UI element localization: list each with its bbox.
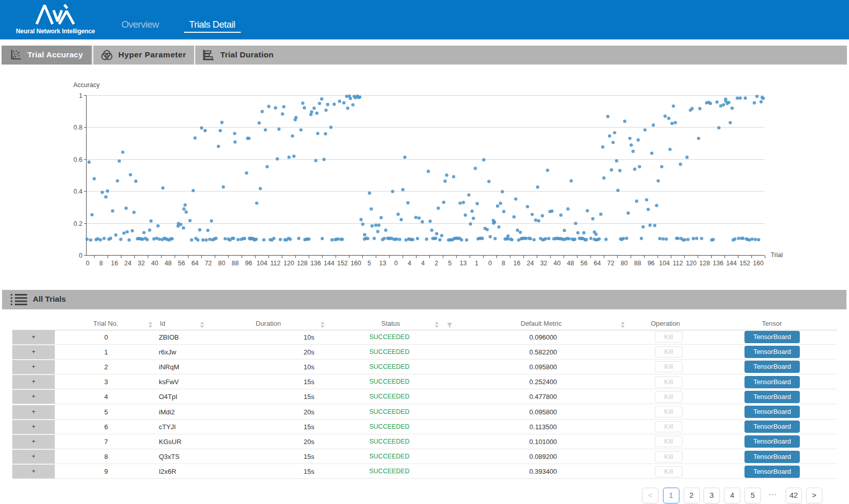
svg-text:120: 120 [283, 260, 294, 267]
svg-text:40: 40 [553, 260, 561, 267]
svg-text:96: 96 [245, 260, 252, 267]
svg-text:136: 136 [713, 260, 723, 267]
svg-text:5: 5 [367, 260, 371, 267]
svg-text:104: 104 [257, 260, 267, 267]
svg-text:72: 72 [205, 260, 212, 267]
svg-text:5: 5 [448, 260, 451, 267]
svg-text:16: 16 [111, 260, 118, 267]
svg-text:32: 32 [138, 260, 145, 267]
svg-text:8: 8 [99, 260, 103, 267]
svg-text:80: 80 [620, 260, 628, 267]
svg-text:16: 16 [513, 260, 521, 267]
svg-text:48: 48 [164, 260, 172, 267]
svg-text:40: 40 [151, 260, 158, 267]
svg-text:56: 56 [581, 260, 588, 267]
svg-text:1: 1 [475, 260, 479, 267]
svg-text:4: 4 [408, 260, 411, 267]
svg-text:13: 13 [460, 260, 467, 267]
svg-text:13: 13 [379, 260, 386, 267]
svg-text:112: 112 [673, 260, 683, 267]
svg-text:80: 80 [218, 260, 225, 267]
svg-text:144: 144 [324, 260, 335, 267]
svg-text:160: 160 [753, 260, 764, 267]
svg-text:0: 0 [79, 252, 82, 259]
svg-text:Trial: Trial [771, 251, 783, 259]
svg-text:128: 128 [699, 260, 710, 267]
svg-text:152: 152 [337, 260, 348, 267]
svg-text:0.6: 0.6 [74, 156, 82, 163]
svg-text:8: 8 [502, 260, 505, 267]
svg-text:88: 88 [232, 260, 239, 267]
svg-text:88: 88 [634, 260, 641, 267]
svg-text:0: 0 [488, 260, 492, 267]
svg-text:136: 136 [310, 260, 321, 267]
svg-text:32: 32 [540, 260, 547, 267]
svg-text:72: 72 [607, 260, 614, 267]
svg-text:48: 48 [567, 260, 574, 267]
svg-text:96: 96 [648, 260, 655, 267]
svg-text:64: 64 [594, 260, 601, 267]
svg-text:104: 104 [659, 260, 670, 267]
svg-text:56: 56 [178, 260, 185, 267]
svg-text:0.2: 0.2 [74, 220, 82, 227]
svg-text:4: 4 [421, 260, 425, 267]
svg-text:128: 128 [297, 260, 307, 267]
svg-text:120: 120 [686, 260, 697, 267]
svg-text:1: 1 [79, 92, 82, 99]
svg-text:112: 112 [271, 260, 281, 267]
svg-text:24: 24 [125, 260, 132, 267]
svg-text:152: 152 [739, 260, 750, 267]
svg-text:Accuracy: Accuracy [73, 81, 100, 89]
svg-text:0.4: 0.4 [74, 188, 82, 195]
svg-text:0: 0 [395, 260, 398, 267]
svg-text:160: 160 [350, 260, 361, 267]
svg-text:24: 24 [527, 260, 534, 267]
svg-text:2: 2 [434, 260, 438, 267]
svg-text:0.8: 0.8 [74, 124, 82, 131]
svg-text:0: 0 [86, 260, 90, 267]
svg-text:64: 64 [191, 260, 198, 267]
svg-text:144: 144 [726, 260, 737, 267]
